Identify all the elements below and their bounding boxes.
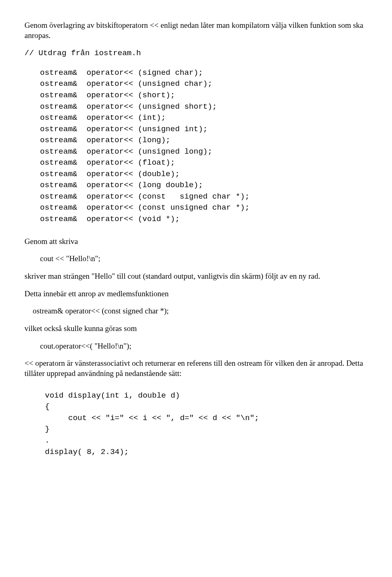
code-ostream-declarations: ostream& operator<< (signed char); ostre… (24, 67, 368, 225)
code-snippet: cout << "Hello!\n"; (24, 254, 368, 264)
body-paragraph: << operatorn är vänsterassociativt och r… (24, 358, 368, 378)
code-snippet: ostream& operator<< (const signed char *… (24, 306, 368, 316)
code-snippet: cout.operator<<( "Hello!\n"); (24, 341, 368, 351)
code-comment: // Utdrag från iostream.h (24, 48, 368, 59)
body-paragraph: Detta innebär ett anrop av medlemsfunkti… (24, 289, 368, 299)
body-paragraph: skriver man strängen "Hello" till cout (… (24, 271, 368, 282)
body-paragraph: vilket också skulle kunna göras som (24, 324, 368, 334)
body-paragraph: Genom att skriva (24, 237, 368, 247)
code-display-function: void display(int i, double d) { cout << … (24, 390, 368, 458)
body-paragraph: Genom överlagring av bitskiftoperatorn <… (24, 20, 368, 40)
